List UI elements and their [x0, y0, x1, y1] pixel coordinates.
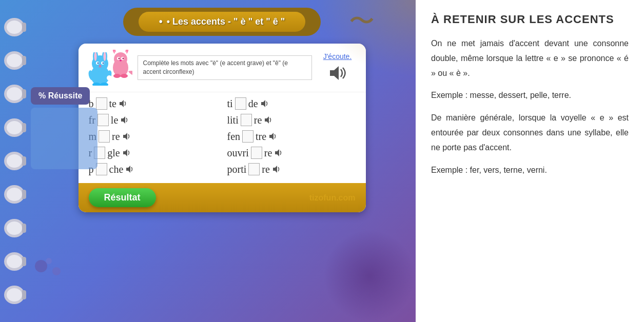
- exercise-row-1b: ti de: [227, 97, 356, 110]
- exercise-row-3b: fen tre: [227, 130, 356, 143]
- bullet-dot: •: [159, 16, 163, 28]
- speaker-4[interactable]: [122, 149, 131, 157]
- exercise-row-4b: ouvri re: [227, 147, 356, 159]
- result-button[interactable]: Résultat: [89, 188, 156, 207]
- ring-5: [4, 152, 25, 170]
- instructions-text: Complète les mots avec "è" (e accent gra…: [143, 59, 288, 75]
- svg-point-25: [120, 60, 122, 62]
- svg-marker-30: [261, 100, 265, 107]
- svg-point-11: [97, 63, 99, 64]
- svg-point-24: [122, 58, 124, 59]
- percent-badge: % Réussite: [31, 87, 90, 105]
- blank-4b[interactable]: [251, 147, 262, 159]
- svg-marker-31: [121, 116, 125, 124]
- percent-label: % Réussite: [38, 91, 82, 100]
- blank-1b[interactable]: [235, 97, 246, 110]
- binder: [0, 0, 28, 322]
- svg-point-12: [102, 63, 104, 64]
- pink-creature: [109, 50, 132, 78]
- exercise-row-2b: liti re: [227, 114, 356, 126]
- ring-4: [4, 118, 25, 137]
- blank-1[interactable]: [96, 97, 107, 110]
- svg-marker-33: [123, 133, 127, 140]
- card-footer: Résultat tizofun.com: [79, 183, 366, 212]
- mascot-area: [86, 50, 132, 86]
- right-content: On ne met jamais d'accent devant une con…: [431, 36, 629, 177]
- svg-point-23: [118, 58, 120, 59]
- exercise-row-5: p che: [89, 163, 217, 175]
- speaker-1[interactable]: [119, 99, 128, 108]
- svg-marker-28: [330, 66, 339, 80]
- blank-3[interactable]: [99, 130, 110, 143]
- right-paragraph-3: De manière générale, lorsque la voyelle …: [431, 111, 629, 155]
- deco-bottom: [31, 235, 72, 281]
- svg-marker-35: [123, 149, 127, 156]
- speaker-3b[interactable]: [268, 132, 278, 140]
- content-card: Complète les mots avec "è" (e accent gra…: [79, 44, 366, 212]
- svg-marker-34: [269, 133, 274, 140]
- blank-2b[interactable]: [241, 114, 252, 126]
- blank-2[interactable]: [97, 114, 109, 126]
- right-panel: À RETENIR SUR LES ACCENTS On ne met jama…: [416, 0, 644, 322]
- speaker-3[interactable]: [122, 132, 131, 140]
- ring-2: [4, 51, 25, 70]
- svg-point-27: [121, 74, 128, 78]
- speaker-5b[interactable]: [272, 165, 281, 173]
- svg-marker-29: [120, 100, 124, 107]
- speaker-2b[interactable]: [264, 116, 273, 124]
- right-paragraph-2: Exemple : messe, dessert, pelle, terre.: [431, 88, 629, 103]
- blank-3b[interactable]: [242, 130, 253, 143]
- speaker-icon-large[interactable]: [326, 63, 349, 84]
- brand-label: tizofun.com: [309, 193, 356, 203]
- blob-decoration: [323, 230, 416, 322]
- ring-8: [4, 252, 25, 271]
- title-text-content: • Les accents - " è " et " ê ": [167, 16, 285, 27]
- title-bar: • • Les accents - " è " et " ê ": [123, 8, 321, 36]
- svg-marker-36: [275, 149, 279, 156]
- svg-point-2: [46, 258, 52, 264]
- svg-point-1: [52, 267, 61, 275]
- speaker-2[interactable]: [120, 116, 129, 124]
- ring-6: [4, 185, 25, 204]
- swirl-top-decoration: 〜: [349, 4, 375, 38]
- lesson-title: • • Les accents - " è " et " ê ": [159, 16, 285, 28]
- svg-point-0: [35, 260, 47, 272]
- svg-point-13: [99, 65, 101, 67]
- card-header: Complète les mots avec "è" (e accent gra…: [79, 44, 366, 92]
- speaker-5[interactable]: [125, 165, 134, 173]
- exercise-row-3: m re: [89, 130, 217, 143]
- svg-point-26: [113, 74, 121, 78]
- title-bar-inner: • • Les accents - " è " et " ê ": [139, 12, 306, 32]
- svg-marker-32: [265, 116, 269, 124]
- ring-7: [4, 219, 25, 237]
- right-paragraph-1: On ne met jamais d'accent devant une con…: [431, 36, 629, 80]
- exercise-row-2: fr le: [89, 114, 217, 126]
- right-paragraph-4: Exemple : fer, vers, terne, verni.: [431, 163, 629, 178]
- exercises-grid: b te ti de fr le: [79, 92, 366, 180]
- left-panel: 〜 • • Les accents - " è " et " ê " % Réu…: [0, 0, 416, 322]
- instructions-box: Complète les mots avec "è" (e accent gra…: [138, 55, 312, 80]
- svg-marker-38: [273, 166, 277, 173]
- speaker-4b[interactable]: [274, 149, 283, 157]
- ring-3: [4, 85, 25, 103]
- speaker-1b[interactable]: [260, 99, 269, 108]
- right-title: À RETENIR SUR LES ACCENTS: [431, 13, 629, 26]
- exercise-row-1: b te: [89, 97, 217, 110]
- exercise-row-4: r gle: [89, 147, 217, 159]
- ring-1: [4, 18, 25, 36]
- svg-point-20: [114, 52, 127, 66]
- exercise-row-5b: porti re: [227, 163, 356, 175]
- progress-area: [31, 108, 97, 169]
- svg-marker-37: [126, 166, 130, 173]
- ring-9: [4, 286, 25, 304]
- blank-5b[interactable]: [248, 163, 260, 175]
